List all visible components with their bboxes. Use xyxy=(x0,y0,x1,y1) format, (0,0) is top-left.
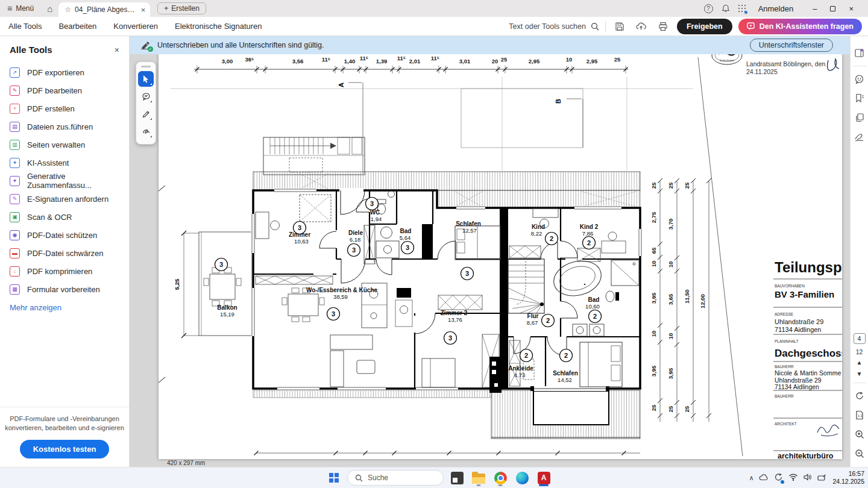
building-walls xyxy=(199,172,643,439)
fit-page-button[interactable]: 1:1 xyxy=(852,408,867,422)
sidebar-close-button[interactable]: × xyxy=(115,45,119,55)
ask-ai-button[interactable]: Den KI-Assistenten fragen xyxy=(738,19,862,34)
sidebar-item-e-signaturen[interactable]: ✎E-Signaturen anfordern xyxy=(0,190,129,208)
draw-tool-button[interactable] xyxy=(138,106,154,122)
document-viewer: BÖBLINGEN Landratsamt Böblingen, den 24.… xyxy=(130,54,850,467)
rotate-page-button[interactable] xyxy=(852,389,867,403)
signature-tool-button[interactable] xyxy=(138,124,154,139)
page-thumbnails-button[interactable] xyxy=(852,110,867,125)
svg-text:3: 3 xyxy=(448,334,452,342)
sidebar-item-scan-ocr[interactable]: ▣Scan & OCR xyxy=(0,208,129,226)
svg-text:3,70: 3,70 xyxy=(667,219,674,230)
create-tab-button[interactable]: + Erstellen xyxy=(157,2,206,14)
sync-tray-icon[interactable] xyxy=(774,473,783,483)
taskbar-clock[interactable]: 16:57 24.12.2025 xyxy=(832,470,864,486)
print-button[interactable] xyxy=(655,19,671,34)
share-button[interactable]: Freigeben xyxy=(677,19,732,34)
wifi-tray-icon[interactable] xyxy=(788,474,798,483)
minimize-button[interactable]: – xyxy=(813,4,817,13)
signatures-panel-button[interactable] xyxy=(852,130,867,144)
organize-pages-icon: ▥ xyxy=(10,140,20,150)
svg-text:25: 25 xyxy=(667,405,674,412)
svg-text:BÖBLINGEN: BÖBLINGEN xyxy=(720,59,734,62)
svg-text:11⁵: 11⁵ xyxy=(397,55,406,61)
zoom-out-button[interactable] xyxy=(852,446,867,461)
signature-panel-icon-button[interactable] xyxy=(852,46,867,60)
next-page-button[interactable]: ▼ xyxy=(857,371,863,377)
sidebar-item-formular-vorbereiten[interactable]: ▦Formular vorbereiten xyxy=(0,280,129,298)
zoom-in-button[interactable] xyxy=(852,427,867,442)
document-tab[interactable]: ☆ 04_Pläne Abgeschlo... × xyxy=(58,2,150,17)
signin-button[interactable]: Anmelden xyxy=(758,4,794,13)
handwritten-signature xyxy=(828,59,839,70)
volume-tray-icon[interactable] xyxy=(804,474,812,483)
close-button[interactable]: × xyxy=(849,4,854,13)
show-more-link[interactable]: Mehr anzeigen xyxy=(0,298,129,317)
signature-panel-button[interactable]: Unterschriftsfenster xyxy=(750,39,833,52)
grid-dots-icon xyxy=(738,5,740,7)
file-explorer-icon xyxy=(472,474,485,484)
sidebar-item-pdf-schuetzen[interactable]: ◉PDF-Datei schützen xyxy=(0,226,129,244)
comment-tool-button[interactable] xyxy=(138,89,154,104)
menu-e-signaturen[interactable]: Elektronische Signaturen xyxy=(166,22,271,31)
page-number-input[interactable] xyxy=(854,333,866,344)
home-button[interactable]: ⌂ xyxy=(41,4,58,14)
search-input[interactable]: Text oder Tools suchen xyxy=(509,22,599,31)
svg-text:ADRESSE: ADRESSE xyxy=(775,312,794,316)
apps-grid-button[interactable] xyxy=(738,5,746,13)
cursor-icon xyxy=(142,75,150,83)
sidebar-item-pdf-erstellen[interactable]: +PDF erstellen xyxy=(0,99,129,117)
restore-button[interactable] xyxy=(830,6,835,11)
onedrive-tray-icon[interactable] xyxy=(759,474,769,483)
divider xyxy=(853,383,866,383)
pen-device-tray-icon[interactable] xyxy=(817,474,826,483)
svg-text:15,19: 15,19 xyxy=(220,311,234,318)
divider xyxy=(605,21,606,32)
sidebar-item-seiten-verwalten[interactable]: ▥Seiten verwalten xyxy=(0,136,129,154)
sidebar-item-pdf-exportieren[interactable]: ↗PDF exportieren xyxy=(0,63,129,81)
taskbar-app-desktop[interactable] xyxy=(448,469,465,486)
sidebar-item-dateien-zusammenfuehren[interactable]: ▤Dateien zus.führen xyxy=(0,117,129,136)
menu-alle-tools[interactable]: Alle Tools xyxy=(0,22,50,31)
tab-close-button[interactable]: × xyxy=(141,5,146,14)
svg-text:3: 3 xyxy=(298,224,301,231)
svg-text:8,67: 8,67 xyxy=(527,319,538,326)
svg-text:Kind: Kind xyxy=(532,224,545,230)
svg-text:2,95: 2,95 xyxy=(587,58,598,64)
pdf-page: BÖBLINGEN Landratsamt Böblingen, den 24.… xyxy=(159,54,842,459)
taskbar-app-acrobat[interactable]: A xyxy=(535,469,552,486)
palette-drag-handle[interactable] xyxy=(141,66,151,67)
previous-page-button[interactable]: ▲ xyxy=(857,359,863,366)
select-tool-button[interactable] xyxy=(138,71,154,87)
save-button[interactable] xyxy=(612,19,627,34)
sidebar-item-pdf-schwaerzen[interactable]: ▬PDF-Datei schwärzen xyxy=(0,244,129,262)
notifications-button[interactable] xyxy=(722,4,730,13)
menu-bearbeiten[interactable]: Bearbeiten xyxy=(50,22,105,31)
clock-time: 16:57 xyxy=(832,470,864,478)
sidebar-item-pdf-bearbeiten[interactable]: ✎PDF bearbeiten xyxy=(0,81,129,99)
svg-text:Schlafen: Schlafen xyxy=(553,370,578,377)
svg-text:Flur: Flur xyxy=(527,313,539,319)
sidebar-item-ki-assistent[interactable]: ✦KI-Assistent xyxy=(0,154,129,172)
bookmarks-panel-button[interactable] xyxy=(852,91,867,105)
help-button[interactable]: ? xyxy=(704,4,713,13)
menu-konvertieren[interactable]: Konvertieren xyxy=(105,22,166,31)
comments-panel-button[interactable] xyxy=(852,72,867,86)
taskbar-app-chrome[interactable] xyxy=(492,469,509,486)
favorite-star-icon[interactable]: ☆ xyxy=(64,5,71,14)
taskbar-app-edge[interactable] xyxy=(514,469,530,486)
start-button[interactable] xyxy=(326,469,342,486)
create-pdf-icon: + xyxy=(10,104,20,114)
taskbar-search[interactable]: Suche xyxy=(347,470,444,486)
sidebar-item-pdf-komprimieren[interactable]: ↓PDF komprimieren xyxy=(0,262,129,280)
chrome-icon xyxy=(494,472,507,484)
upload-cloud-button[interactable] xyxy=(634,19,649,34)
free-trial-button[interactable]: Kostenlos testen xyxy=(20,440,110,458)
svg-text:11⁵: 11⁵ xyxy=(431,55,440,61)
signature-curve-icon xyxy=(142,127,151,136)
menu-button[interactable]: ≡ Menü xyxy=(0,4,41,13)
sidebar-item-generative-zusammenfassung[interactable]: ✦Generative Zusammenfassu... xyxy=(0,172,129,190)
tray-expand-button[interactable]: ∧ xyxy=(749,474,753,482)
taskbar-app-explorer[interactable] xyxy=(470,469,487,486)
svg-text:24.11.2025: 24.11.2025 xyxy=(746,68,778,75)
